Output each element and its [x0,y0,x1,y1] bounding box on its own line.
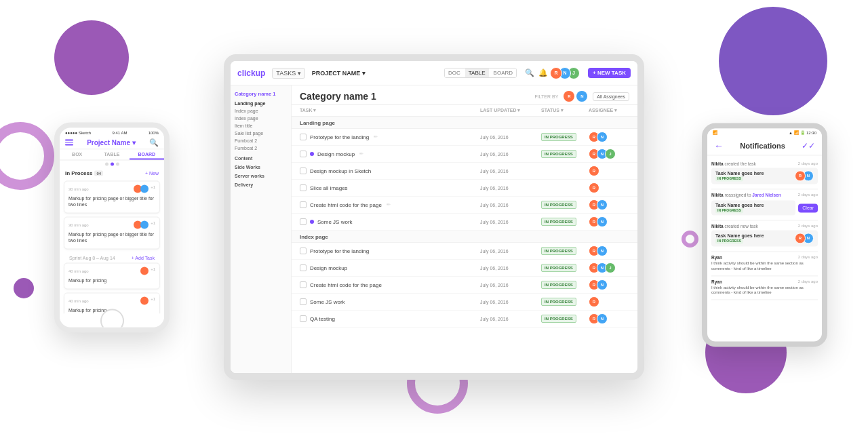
sidebar-item-sale[interactable]: Sale list page [235,130,287,137]
assignee-dot-1[interactable]: R [564,91,574,102]
task-name: Design mockup [310,265,347,271]
notif-header-1: Nikita created the task 2 days ago [711,161,818,166]
check-all-btn[interactable]: ✓✓ [802,141,815,151]
task-checkbox[interactable] [300,315,307,322]
all-assignees-btn[interactable]: All Assignees [593,92,629,101]
back-button[interactable]: ← [714,140,724,151]
dot-3 [116,163,119,166]
search-icon[interactable]: 🔍 [149,138,159,147]
card-meta-4: 40 min ago +1 [68,297,155,305]
task-checkbox[interactable] [300,201,307,208]
sidebar-item-index[interactable]: Index page [235,107,287,115]
notification-item-1[interactable]: Nikita created the task 2 days ago Task … [711,158,818,189]
sprint-row: Sprint Aug 8 – Aug 14 + Add Task [64,253,160,263]
view-toggle: DOC TABLE BOARD [444,68,517,78]
project-name-btn[interactable]: PROJECT NAME ▾ [312,70,366,77]
notif-text-2: Nikita reassigned to Jared Nielsen [711,193,781,197]
task-name: Prototype for the landing [310,248,369,254]
bell-icon[interactable]: 🔔 [538,68,548,77]
tasks-menu-btn[interactable]: TASKS ▾ [272,68,304,79]
phone-card-1[interactable]: 30 min ago +1 Markup for pricing page or… [64,181,160,214]
table-row[interactable]: Some JS work July 06, 2016 IN PROGRESS R… [292,214,637,231]
task-assignee: RN [589,245,629,256]
th-task[interactable]: TASK ▾ [300,108,480,113]
table-row[interactable]: Design mockup in Sketch July 06, 2016 R [292,163,637,180]
tab-table[interactable]: TABLE [94,150,129,160]
notif-time-5: 2 days ago [798,279,818,283]
task-dot [310,220,314,224]
task-status: IN PROGRESS [541,247,589,255]
task-checkbox[interactable] [300,264,307,271]
android-status-bar: 📶 ▲ 📶 🔋 12:30 [707,128,822,137]
phone-card-3[interactable]: 40 min ago +1 Markup for pricing [64,263,160,290]
task-assignee: RN [589,199,629,210]
view-board[interactable]: BOARD [490,68,516,77]
task-status: IN PROGRESS [541,315,589,323]
notification-item-3[interactable]: Nikita created new task 2 days ago Task … [711,220,818,252]
notif-status-3: IN PROGRESS [715,238,743,243]
table-row[interactable]: Prototype for the landing July 06, 2016 … [292,243,637,260]
notification-item-4[interactable]: Ryan 2 days ago I think activity should … [711,252,818,276]
task-checkbox[interactable] [300,184,307,191]
search-icon[interactable]: 🔍 [525,68,534,77]
task-name: Slice all images [310,185,348,191]
sidebar-item-index2[interactable]: Index page [235,115,287,122]
card-meta-1: 30 min ago +1 [68,185,155,193]
add-task-btn[interactable]: + New [145,171,159,176]
notif-actor-5: Ryan [711,279,722,284]
sidebar-item-fumb2[interactable]: Fumbcat 2 [235,144,287,152]
view-table[interactable]: TABLE [465,68,489,77]
table-row[interactable]: Create html code for the page ✏ July 06,… [292,197,637,214]
notif-action-3: created new task [725,224,758,229]
dot-2 [111,163,114,166]
task-status: IN PROGRESS [541,201,589,209]
table-row[interactable]: Some JS work July 06, 2016 IN PROGRESS R [292,294,637,311]
column-title: In Process 04 [65,170,103,176]
sidebar-item-landing[interactable]: Landing page [235,100,287,107]
notif-time-2: 2 days ago [798,193,818,197]
th-assignee[interactable]: ASSIGNEE ▾ [589,108,629,113]
task-checkbox[interactable] [300,218,307,225]
hamburger-icon[interactable] [65,140,73,146]
clear-button[interactable]: Clear [798,203,818,212]
tab-box[interactable]: BOX [60,150,94,160]
sprint-add-btn[interactable]: + Add Task [132,256,155,260]
notification-item-2[interactable]: Nikita reassigned to Jared Nielsen 2 day… [711,189,818,220]
tablet-sidebar: Category name 1 Landing page Index page … [231,85,292,373]
table-row[interactable]: Design mockup July 06, 2016 IN PROGRESS … [292,260,637,277]
card-title-3: Markup for pricing [68,277,155,283]
table-row[interactable]: Design mockup ✏ July 06, 2016 IN PROGRES… [292,146,637,163]
phone-right-device: 📶 ▲ 📶 🔋 12:30 ← Notifications ✓✓ [702,123,827,347]
assignee-dot-2[interactable]: N [576,91,587,102]
task-checkbox[interactable] [300,248,307,254]
main-title: Category name 1 [300,91,529,102]
table-row[interactable]: Prototype for the landing ✏ July 06, 201… [292,129,637,146]
notif-action-2: reassigned to [725,193,753,197]
task-checkbox[interactable] [300,134,307,140]
home-button[interactable] [100,309,124,332]
task-checkbox[interactable] [300,298,307,305]
new-task-button[interactable]: + NEW TASK [588,68,631,78]
task-checkbox[interactable] [300,151,307,157]
notif-task-name-2: Task Name goes here [715,203,764,208]
notification-item-5[interactable]: Ryan 2 days ago I think activity should … [711,276,818,300]
table-row[interactable]: Slice all images July 06, 2016 R [292,180,637,197]
task-date: July 06, 2016 [480,317,541,321]
view-doc[interactable]: DOC [445,68,464,77]
th-status[interactable]: STATUS ▾ [541,108,589,113]
phone-card-2[interactable]: 30 min ago +1 Markup for pricing page or… [64,217,160,250]
task-checkbox[interactable] [300,167,307,174]
sidebar-item-item[interactable]: Item title [235,122,287,130]
th-last-updated[interactable]: LAST UPDATED ▾ [480,108,541,113]
tab-board[interactable]: BOARD [130,150,164,160]
table-row[interactable]: Create html code for the page July 06, 2… [292,277,637,294]
time-label: 9:41 AM [112,131,127,135]
task-checkbox[interactable] [300,281,307,288]
sidebar-section-content: Content [235,156,287,161]
table-row[interactable]: QA testing July 06, 2016 IN PROGRESS RN [292,311,637,328]
sidebar-item-fumb1[interactable]: Fumbcat 2 [235,137,287,144]
task-status: IN PROGRESS [541,218,589,226]
filter-by-label: FILTER BY [534,94,558,99]
tablet-device: clickup TASKS ▾ PROJECT NAME ▾ DOC TABLE… [224,54,644,380]
notif-time-1: 2 days ago [798,161,818,165]
